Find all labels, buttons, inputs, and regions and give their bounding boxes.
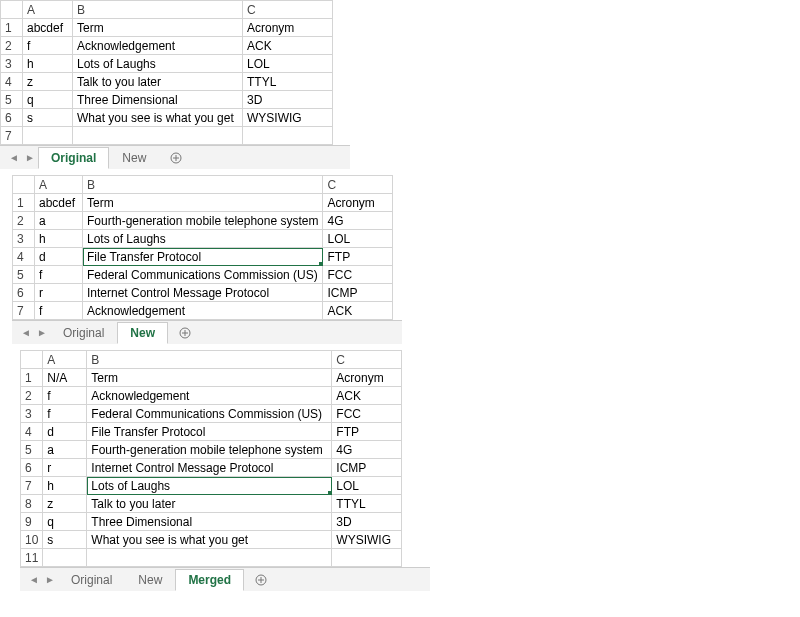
cell[interactable]: abcdef [23,19,73,37]
cell[interactable]: h [35,230,83,248]
row-header[interactable]: 1 [1,19,23,37]
nav-prev-icon[interactable]: ◄ [6,148,22,168]
select-all-corner[interactable] [13,176,35,194]
tab-original[interactable]: Original [50,322,117,344]
row-header[interactable]: 2 [1,37,23,55]
col-header-C[interactable]: C [243,1,333,19]
row-header[interactable]: 5 [1,91,23,109]
cell[interactable]: WYSIWIG [243,109,333,127]
tab-original[interactable]: Original [58,569,125,591]
select-all-corner[interactable] [1,1,23,19]
cell[interactable]: 4G [332,441,402,459]
cell-selected[interactable]: Lots of Laughs [87,477,332,495]
tab-new[interactable]: New [125,569,175,591]
cell[interactable] [73,127,243,145]
row-header[interactable]: 2 [21,387,43,405]
cell[interactable]: a [35,212,83,230]
row-header[interactable]: 9 [21,513,43,531]
cell[interactable]: abcdef [35,194,83,212]
cell[interactable]: Acronym [323,194,393,212]
row-header[interactable]: 1 [21,369,43,387]
col-header-B[interactable]: B [83,176,323,194]
cell[interactable]: q [43,513,87,531]
cell[interactable]: Internet Control Message Protocol [83,284,323,302]
cell[interactable]: f [23,37,73,55]
cell[interactable]: Lots of Laughs [73,55,243,73]
row-header[interactable]: 10 [21,531,43,549]
cell[interactable]: ACK [332,387,402,405]
cell[interactable] [43,549,87,567]
nav-next-icon[interactable]: ► [42,570,58,590]
row-header[interactable]: 6 [13,284,35,302]
nav-next-icon[interactable]: ► [22,148,38,168]
tab-original[interactable]: Original [38,147,109,169]
cell[interactable]: q [23,91,73,109]
row-header[interactable]: 6 [21,459,43,477]
cell[interactable]: z [23,73,73,91]
cell[interactable]: Fourth-generation mobile telephone syste… [83,212,323,230]
cell[interactable]: Acknowledgement [87,387,332,405]
cell[interactable] [87,549,332,567]
row-header[interactable]: 7 [21,477,43,495]
grid-original[interactable]: A B C 1 abcdef Term Acronym 2fAcknowledg… [0,0,333,145]
cell[interactable]: FCC [323,266,393,284]
row-header[interactable]: 7 [13,302,35,320]
cell[interactable]: TTYL [332,495,402,513]
row-header[interactable]: 3 [13,230,35,248]
row-header[interactable]: 5 [13,266,35,284]
cell[interactable]: Three Dimensional [73,91,243,109]
cell[interactable] [23,127,73,145]
cell[interactable]: Talk to you later [73,73,243,91]
col-header-C[interactable]: C [332,351,402,369]
select-all-corner[interactable] [21,351,43,369]
row-header[interactable]: 1 [13,194,35,212]
cell[interactable]: Acknowledgement [73,37,243,55]
cell[interactable]: Term [87,369,332,387]
cell[interactable]: Acronym [243,19,333,37]
cell[interactable]: What you see is what you get [73,109,243,127]
col-header-A[interactable]: A [43,351,87,369]
cell[interactable]: 4G [323,212,393,230]
cell[interactable]: ACK [323,302,393,320]
cell[interactable]: f [43,387,87,405]
cell[interactable]: Talk to you later [87,495,332,513]
cell[interactable]: f [35,266,83,284]
col-header-A[interactable]: A [35,176,83,194]
cell[interactable]: Three Dimensional [87,513,332,531]
row-header[interactable]: 4 [1,73,23,91]
cell[interactable]: r [35,284,83,302]
cell[interactable]: FCC [332,405,402,423]
cell[interactable]: h [23,55,73,73]
cell[interactable]: ICMP [332,459,402,477]
row-header[interactable]: 2 [13,212,35,230]
cell-selected[interactable]: File Transfer Protocol [83,248,323,266]
cell[interactable]: Internet Control Message Protocol [87,459,332,477]
col-header-A[interactable]: A [23,1,73,19]
cell[interactable]: ACK [243,37,333,55]
cell[interactable]: FTP [332,423,402,441]
cell[interactable]: d [43,423,87,441]
cell[interactable]: d [35,248,83,266]
cell[interactable]: Lots of Laughs [83,230,323,248]
row-header[interactable]: 6 [1,109,23,127]
row-header[interactable]: 5 [21,441,43,459]
row-header[interactable]: 7 [1,127,23,145]
cell[interactable]: Fourth-generation mobile telephone syste… [87,441,332,459]
row-header[interactable]: 4 [21,423,43,441]
nav-prev-icon[interactable]: ◄ [18,323,34,343]
cell[interactable]: 3D [332,513,402,531]
cell[interactable] [332,549,402,567]
cell[interactable]: Federal Communications Commission (US) [87,405,332,423]
cell[interactable]: z [43,495,87,513]
cell[interactable]: TTYL [243,73,333,91]
nav-prev-icon[interactable]: ◄ [26,570,42,590]
tab-merged[interactable]: Merged [175,569,244,591]
row-header[interactable]: 3 [1,55,23,73]
cell[interactable]: Acronym [332,369,402,387]
col-header-C[interactable]: C [323,176,393,194]
cell[interactable] [243,127,333,145]
cell[interactable]: 3D [243,91,333,109]
cell[interactable]: ICMP [323,284,393,302]
grid-new[interactable]: A B C 1 abcdef Term Acronym 2aFourth-gen… [12,175,393,320]
row-header[interactable]: 4 [13,248,35,266]
